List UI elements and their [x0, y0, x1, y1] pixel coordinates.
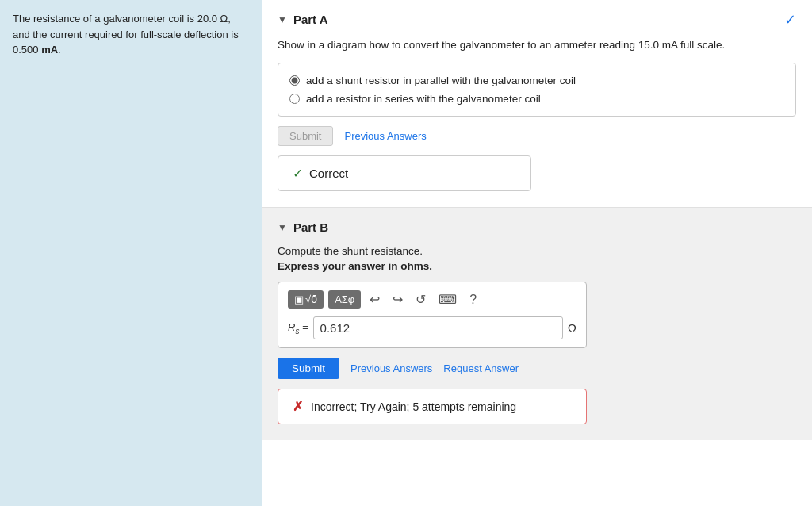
help-icon: ?	[469, 293, 477, 306]
part-b-actions: Submit Previous Answers Request Answer	[278, 358, 796, 379]
problem-text: The resistance of a galvanometer coil is…	[13, 11, 249, 58]
incorrect-label: Incorrect; Try Again; 5 attempts remaini…	[311, 401, 516, 413]
part-a-section: ▼ Part A ✓ Show in a diagram how to conv…	[262, 0, 812, 208]
correct-label: Correct	[309, 167, 348, 180]
part-b-input-area: ▣ √0̄ ΑΣφ ↩ ↪ ↺ ⌨ ?	[278, 282, 587, 348]
undo-button[interactable]: ↩	[366, 290, 384, 309]
part-b-collapse-arrow[interactable]: ▼	[278, 222, 287, 233]
reset-icon: ↺	[416, 293, 426, 306]
part-a-options-box: add a shunt resistor in parallel with th…	[278, 63, 796, 117]
part-b-express: Express your answer in ohms.	[278, 260, 796, 272]
option-2-text: add a resistor in series with the galvan…	[306, 93, 541, 105]
problem-description: The resistance of a galvanometer coil is…	[0, 0, 262, 506]
greek-button[interactable]: ΑΣφ	[328, 290, 361, 309]
correct-box: ✓ Correct	[278, 155, 531, 191]
keyboard-icon: ⌨	[439, 293, 457, 306]
part-a-header: ▼ Part A ✓	[278, 13, 796, 26]
part-a-previous-answers-link[interactable]: Previous Answers	[344, 130, 426, 142]
option-row-1: add a shunt resistor in parallel with th…	[289, 71, 784, 90]
redo-icon: ↪	[393, 293, 403, 306]
part-b-section: ▼ Part B Compute the shunt resistance. E…	[262, 208, 812, 440]
part-a-collapse-arrow[interactable]: ▼	[278, 14, 287, 25]
part-b-submit-button[interactable]: Submit	[278, 358, 339, 379]
option-2-radio[interactable]	[289, 94, 300, 104]
part-a-check-icon: ✓	[784, 11, 796, 29]
correct-check-icon: ✓	[293, 166, 303, 181]
redo-button[interactable]: ↪	[389, 290, 407, 309]
part-b-header: ▼ Part B	[278, 220, 796, 234]
answer-panel: ▼ Part A ✓ Show in a diagram how to conv…	[262, 0, 812, 506]
keyboard-button[interactable]: ⌨	[435, 290, 461, 309]
part-a-actions: Submit Previous Answers	[278, 126, 796, 146]
formula-label: Rs =	[288, 321, 308, 335]
formula-row: Rs = Ω	[288, 316, 576, 339]
part-a-question: Show in a diagram how to convert the gal…	[278, 37, 796, 53]
omega-unit: Ω	[568, 321, 576, 335]
matrix-sqrt-icon: ▣	[294, 293, 304, 305]
part-a-label: Part A	[293, 13, 328, 26]
incorrect-x-icon: ✗	[293, 399, 303, 414]
help-button[interactable]: ?	[465, 291, 481, 309]
reset-button[interactable]: ↺	[412, 290, 430, 309]
formula-toolbar: ▣ √0̄ ΑΣφ ↩ ↪ ↺ ⌨ ?	[288, 290, 576, 309]
matrix-sqrt-button[interactable]: ▣ √0̄	[288, 290, 324, 309]
part-b-question: Compute the shunt resistance.	[278, 245, 796, 257]
part-b-previous-answers-link[interactable]: Previous Answers	[350, 362, 432, 374]
undo-icon: ↩	[370, 293, 380, 306]
request-answer-link[interactable]: Request Answer	[443, 362, 519, 374]
option-row-2: add a resistor in series with the galvan…	[289, 90, 784, 108]
option-1-text: add a shunt resistor in parallel with th…	[306, 75, 576, 86]
option-1-radio[interactable]	[289, 75, 300, 86]
incorrect-box: ✗ Incorrect; Try Again; 5 attempts remai…	[278, 389, 587, 424]
part-b-label: Part B	[293, 220, 328, 234]
answer-input[interactable]	[313, 316, 563, 339]
part-a-submit-button[interactable]: Submit	[278, 126, 333, 146]
sqrt-icon: √0̄	[305, 293, 317, 305]
